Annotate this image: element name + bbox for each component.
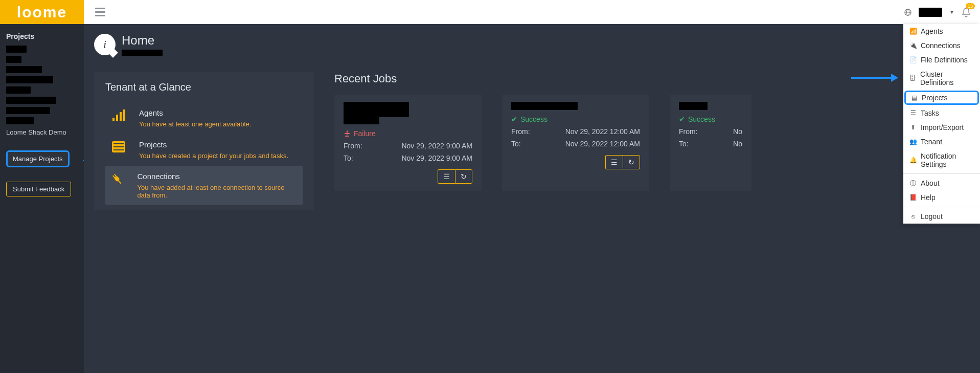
logo-text: loome [17, 4, 67, 21]
tenant-glance-panel: Tenant at a Glance Agents You have at le… [94, 72, 314, 210]
signal-bars-icon: 📶 [909, 28, 917, 35]
info-icon: ⓘ [909, 180, 917, 187]
menu-item-agents[interactable]: 📶Agents [903, 24, 980, 38]
menu-item-help[interactable]: 📕Help [903, 190, 980, 205]
menu-item-projects[interactable]: ▤Projects [904, 91, 979, 105]
user-name-redacted [919, 8, 942, 17]
chevron-down-icon[interactable]: ▼ [949, 9, 954, 15]
from-value: Nov 29, 2022 9:00 AM [401, 142, 472, 150]
menu-label: Tenant [921, 138, 942, 146]
cluster-icon: 🗄 [909, 75, 916, 82]
glance-title: Connections [137, 172, 299, 181]
page-title: Home [122, 33, 163, 48]
menu-label: Connections [921, 41, 961, 50]
menu-item-notification-settings[interactable]: 🔔Notification Settings [903, 149, 980, 171]
job-title-redacted [679, 102, 708, 110]
menu-item-import-export[interactable]: ⬆Import/Export [903, 120, 980, 135]
submit-feedback-button[interactable]: Submit Feedback [6, 182, 71, 196]
list-icon [109, 140, 128, 152]
job-card: ✔ Success From:Nov 29, 2022 12:00 AM To:… [502, 95, 649, 191]
globe-icon [904, 9, 911, 16]
svg-rect-9 [113, 146, 124, 147]
sidebar-project-redacted[interactable] [6, 56, 21, 63]
glance-title: Projects [139, 140, 288, 149]
menu-item-tasks[interactable]: ☰Tasks [903, 106, 980, 120]
menu-label: Agents [921, 27, 943, 35]
job-status-text: Success [688, 115, 715, 123]
sidebar-project-redacted[interactable] [6, 117, 34, 124]
sidebar-project-redacted[interactable] [6, 97, 56, 104]
file-icon: 📄 [909, 56, 917, 63]
job-rerun-button[interactable]: ↻ [623, 155, 640, 169]
job-rerun-button[interactable]: ↻ [455, 169, 472, 184]
logo[interactable]: loome [0, 0, 84, 24]
info-icon: i [94, 34, 116, 55]
menu-item-cluster-definitions[interactable]: 🗄Cluster Definitions [903, 67, 980, 90]
plug-icon [109, 172, 126, 186]
main-content: i Home Tenant at a Glance Agents You hav… [84, 24, 980, 373]
svg-rect-4 [116, 115, 118, 121]
notification-bell-icon[interactable]: 13 [962, 7, 971, 17]
svg-rect-3 [112, 118, 115, 121]
sidebar-project-redacted[interactable] [6, 107, 50, 114]
signal-bars-icon [109, 108, 128, 121]
svg-rect-14 [118, 180, 122, 184]
to-value: No [733, 140, 742, 148]
glance-row-projects[interactable]: Projects You have created a project for … [105, 134, 303, 166]
menu-divider [903, 207, 980, 207]
notification-count-badge: 13 [966, 3, 975, 9]
upload-icon: ⬆ [909, 124, 917, 131]
list-icon: ▤ [910, 94, 918, 101]
glance-desc: You have at least one agent available. [139, 120, 251, 128]
menu-item-connections[interactable]: 🔌Connections [903, 38, 980, 53]
menu-toggle-icon[interactable] [95, 8, 105, 16]
glance-heading: Tenant at a Glance [105, 81, 303, 93]
menu-item-file-definitions[interactable]: 📄File Definitions [903, 53, 980, 67]
glance-row-agents[interactable]: Agents You have at least one agent avail… [105, 102, 303, 134]
from-label: From: [679, 127, 698, 136]
to-label: To: [344, 154, 353, 162]
menu-item-about[interactable]: ⓘAbout [903, 176, 980, 190]
check-icon: ✔ [679, 115, 685, 123]
glance-row-connections[interactable]: Connections You have added at least one … [105, 166, 303, 205]
plug-icon: 🔌 [909, 42, 917, 49]
job-title-redacted [344, 116, 379, 124]
topbar: loome ▼ 13 [0, 0, 980, 24]
menu-item-logout[interactable]: ⎋Logout [903, 209, 980, 224]
menu-label: Projects [922, 94, 948, 102]
svg-rect-13 [114, 174, 117, 177]
page-subtitle-redacted [122, 50, 163, 56]
svg-rect-17 [345, 136, 349, 137]
job-details-button[interactable]: ☰ [605, 155, 623, 169]
bell-icon: 🔔 [909, 157, 917, 164]
sidebar-project-redacted[interactable] [6, 86, 31, 94]
job-card: Failure From:Nov 29, 2022 9:00 AM To:Nov… [334, 95, 482, 191]
job-status: Failure [344, 129, 472, 138]
job-status: ✔ Success [511, 115, 640, 123]
menu-item-tenant[interactable]: 👥Tenant [903, 135, 980, 149]
sidebar-project-loome-shack-demo[interactable]: Loome Shack Demo [6, 127, 78, 137]
menu-label: Notification Settings [921, 152, 974, 168]
from-label: From: [511, 127, 530, 136]
menu-label: Logout [921, 212, 943, 221]
sidebar-project-redacted[interactable] [6, 46, 27, 53]
annotation-arrow-right [851, 74, 898, 82]
svg-rect-12 [112, 175, 115, 178]
job-status: ✔ Success [679, 115, 742, 123]
svg-rect-8 [113, 143, 124, 144]
job-title-redacted [344, 102, 409, 117]
job-details-button[interactable]: ☰ [438, 169, 455, 184]
menu-label: About [921, 179, 940, 187]
page-header: i Home [94, 33, 966, 56]
logout-icon: ⎋ [909, 213, 917, 220]
manage-projects-button[interactable]: Manage Projects [6, 150, 70, 167]
from-value: Nov 29, 2022 12:00 AM [565, 127, 640, 136]
from-label: From: [344, 142, 362, 150]
menu-divider [903, 173, 980, 174]
sidebar-project-redacted[interactable] [6, 66, 42, 73]
glance-desc: You have added at least one connection t… [137, 184, 299, 199]
check-icon: ✔ [511, 115, 517, 123]
from-value: No [733, 127, 742, 136]
sidebar-project-redacted[interactable] [6, 76, 53, 83]
recent-jobs-panel: Recent Jobs Failure From:Nov 29, 2022 9:… [334, 72, 966, 191]
